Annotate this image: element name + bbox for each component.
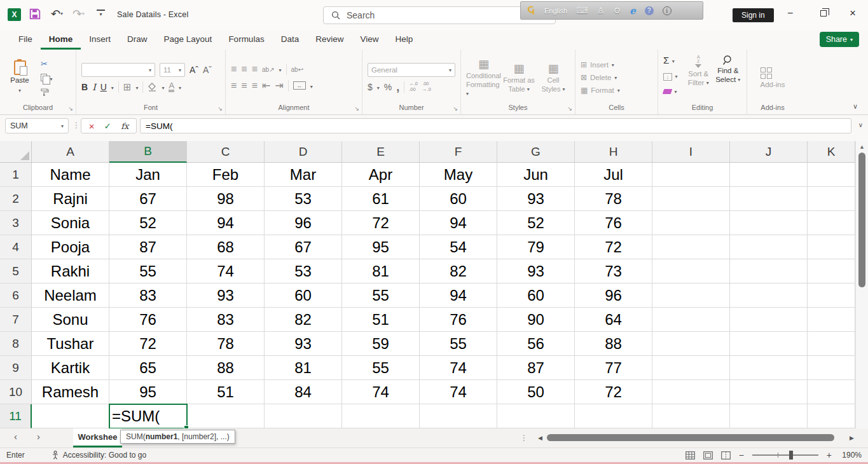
orientation-button[interactable]: ab↗ — [262, 66, 275, 73]
formula-bar-grip[interactable]: ⋮ — [72, 121, 80, 130]
align-right-button[interactable]: ≡ — [252, 80, 258, 92]
cell-B6[interactable]: 83 — [109, 283, 187, 308]
cell-I11[interactable] — [652, 404, 730, 428]
cell-K8[interactable] — [808, 332, 855, 356]
sign-in-button[interactable]: Sign in — [733, 8, 774, 22]
cell-A7[interactable]: Sonu — [32, 308, 109, 332]
cell-D6[interactable]: 60 — [265, 283, 342, 308]
next-sheet-button[interactable]: › — [37, 431, 40, 442]
close-button[interactable]: × — [850, 7, 856, 20]
cell-K7[interactable] — [808, 308, 855, 332]
zoom-slider[interactable] — [752, 451, 818, 460]
top-align-button[interactable]: ≡ — [231, 64, 237, 75]
excel-app-icon[interactable]: X — [8, 8, 21, 21]
cell-F1[interactable]: May — [420, 163, 497, 187]
row-header-8[interactable]: 8 — [0, 332, 32, 356]
font-dialog-launcher[interactable]: ↘ — [217, 106, 223, 112]
cell-E3[interactable]: 72 — [342, 211, 420, 235]
number-format-select[interactable]: General — [368, 63, 455, 77]
cell-C2[interactable]: 98 — [187, 187, 265, 211]
cell-H10[interactable]: 72 — [575, 380, 652, 404]
tab-help[interactable]: Help — [387, 30, 421, 50]
zoom-out-button[interactable]: − — [739, 450, 744, 460]
cell-K3[interactable] — [808, 211, 855, 235]
select-all-corner[interactable] — [0, 141, 32, 163]
tab-insert[interactable]: Insert — [81, 30, 119, 50]
cell-D1[interactable]: Mar — [265, 163, 342, 187]
tab-file[interactable]: File — [10, 30, 41, 50]
addins-button[interactable]: Add-ins — [761, 67, 785, 88]
cell-I2[interactable] — [652, 187, 730, 211]
cell-I9[interactable] — [652, 356, 730, 380]
accessibility-status[interactable]: Accessibility: Good to go — [52, 451, 146, 460]
cell-F7[interactable]: 76 — [420, 308, 497, 332]
column-header-C[interactable]: C — [187, 141, 265, 163]
cell-D10[interactable]: 84 — [265, 380, 342, 404]
insert-cells-button[interactable]: ⊞Insert — [581, 60, 652, 69]
normal-view-button[interactable] — [685, 451, 695, 460]
horizontal-scroll-thumb[interactable] — [547, 434, 834, 441]
scroll-right-icon[interactable]: ▶ — [850, 435, 854, 441]
cell-E10[interactable]: 74 — [342, 380, 420, 404]
row-header-6[interactable]: 6 — [0, 283, 32, 308]
cell-D7[interactable]: 82 — [265, 308, 342, 332]
font-color-button[interactable]: A — [169, 81, 174, 92]
cell-I5[interactable] — [652, 259, 730, 283]
row-header-11[interactable]: 11 — [0, 404, 32, 428]
undo-button[interactable]: ↶▾ — [51, 7, 63, 21]
decrease-indent-button[interactable]: ⇤ — [262, 79, 270, 92]
bold-button[interactable]: B — [81, 82, 88, 92]
settings-gear-icon[interactable]: ⚙ — [614, 6, 621, 15]
format-as-table-button[interactable]: ▦ Format as Table — [502, 62, 535, 94]
cell-K4[interactable] — [808, 235, 855, 259]
cell-J7[interactable] — [730, 308, 808, 332]
cell-E6[interactable]: 55 — [342, 283, 420, 308]
cell-E4[interactable]: 95 — [342, 235, 420, 259]
cell-A1[interactable]: Name — [32, 163, 109, 187]
cell-J9[interactable] — [730, 356, 808, 380]
delete-cells-button[interactable]: ⊠Delete — [581, 73, 652, 82]
alignment-dialog-launcher[interactable]: ↘ — [354, 106, 359, 112]
cell-J2[interactable] — [730, 187, 808, 211]
cell-A4[interactable]: Pooja — [32, 235, 109, 259]
scroll-up-icon[interactable]: ▲ — [856, 141, 868, 150]
autosum-button[interactable]: Σ — [663, 55, 675, 66]
cell-G6[interactable]: 60 — [497, 283, 575, 308]
cell-C5[interactable]: 74 — [187, 259, 265, 283]
cell-G8[interactable]: 56 — [497, 332, 575, 356]
confirm-entry-button[interactable]: ✓ — [104, 121, 111, 131]
decrease-decimal-button[interactable]: .00→.0 — [422, 81, 431, 92]
cell-B11[interactable]: =SUM( — [109, 404, 187, 428]
cell-H6[interactable]: 96 — [575, 283, 652, 308]
page-layout-view-button[interactable] — [703, 451, 713, 460]
cell-I1[interactable] — [652, 163, 730, 187]
zoom-in-button[interactable]: + — [827, 450, 832, 460]
cell-C1[interactable]: Feb — [187, 163, 265, 187]
cell-E8[interactable]: 59 — [342, 332, 420, 356]
cell-E1[interactable]: Apr — [342, 163, 420, 187]
row-header-1[interactable]: 1 — [0, 163, 32, 187]
cell-I10[interactable] — [652, 380, 730, 404]
cancel-entry-button[interactable]: × — [89, 121, 95, 132]
font-name-select[interactable] — [81, 63, 155, 77]
share-button[interactable]: Share — [820, 32, 859, 47]
cell-A6[interactable]: Neelam — [32, 283, 109, 308]
language-label[interactable]: English — [544, 7, 567, 15]
zoom-slider-handle[interactable] — [789, 451, 793, 460]
column-header-E[interactable]: E — [342, 141, 420, 163]
row-header-4[interactable]: 4 — [0, 235, 32, 259]
row-header-5[interactable]: 5 — [0, 259, 32, 283]
cell-J6[interactable] — [730, 283, 808, 308]
cell-B7[interactable]: 76 — [109, 308, 187, 332]
fill-button[interactable]: ↓ — [663, 70, 677, 81]
zoom-level[interactable]: 190% — [840, 451, 862, 460]
column-header-B[interactable]: B — [109, 141, 187, 163]
cell-C6[interactable]: 93 — [187, 283, 265, 308]
cell-C4[interactable]: 68 — [187, 235, 265, 259]
cell-H1[interactable]: Jul — [575, 163, 652, 187]
cell-G1[interactable]: Jun — [497, 163, 575, 187]
cell-K9[interactable] — [808, 356, 855, 380]
cell-B5[interactable]: 55 — [109, 259, 187, 283]
expand-formula-bar-button[interactable]: ∨ — [858, 121, 863, 128]
fill-color-button[interactable] — [148, 83, 157, 92]
